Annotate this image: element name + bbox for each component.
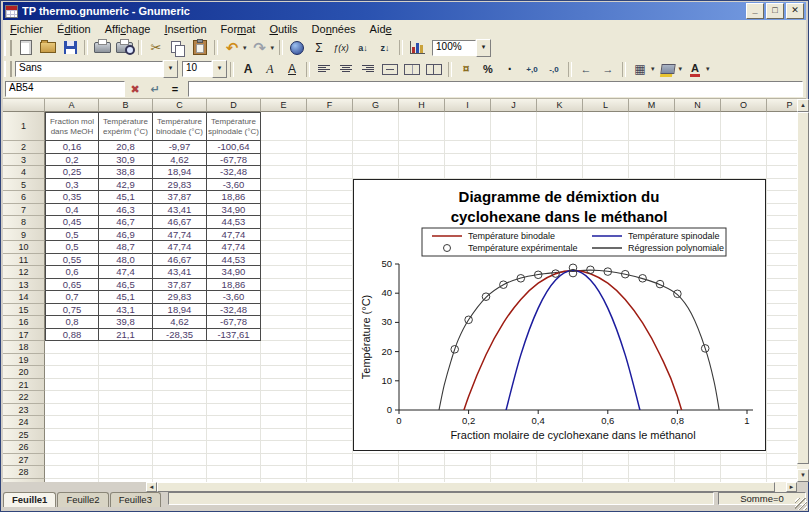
row-header-17[interactable]: 17 — [3, 329, 45, 342]
cell-B22[interactable] — [99, 391, 153, 404]
decrease-indent-button[interactable]: ← — [576, 60, 596, 78]
cell-D6[interactable]: 18,86 — [207, 191, 261, 204]
decrease-precision-button[interactable]: -,0 — [544, 60, 564, 78]
cell-D28[interactable] — [207, 466, 261, 479]
cell-E6[interactable] — [261, 191, 307, 204]
cell-C2[interactable]: -9,97 — [153, 141, 207, 154]
cell-G3[interactable] — [353, 154, 399, 167]
cell-C17[interactable]: -28,35 — [153, 329, 207, 342]
scroll-right-icon[interactable]: ► — [786, 482, 797, 492]
cell-A9[interactable]: 0,5 — [45, 229, 99, 242]
column-header-i[interactable]: I — [445, 99, 491, 112]
scroll-left-icon[interactable]: ◄ — [146, 482, 157, 492]
cell-N27[interactable] — [675, 454, 721, 467]
cell-A5[interactable]: 0,3 — [45, 179, 99, 192]
cut-button[interactable]: ✂ — [146, 39, 166, 57]
cell-B5[interactable]: 42,9 — [99, 179, 153, 192]
cell-P25[interactable] — [767, 429, 797, 442]
cell-D9[interactable]: 47,74 — [207, 229, 261, 242]
cell-E1[interactable] — [261, 112, 307, 141]
minimize-button[interactable]: _ — [746, 3, 764, 19]
cell-B10[interactable]: 48,7 — [99, 241, 153, 254]
cell-F20[interactable] — [307, 366, 353, 379]
cell-F2[interactable] — [307, 141, 353, 154]
cell-K3[interactable] — [537, 154, 583, 167]
cell-P26[interactable] — [767, 441, 797, 454]
menu-affichage[interactable]: Affichage — [98, 21, 158, 37]
cell-E16[interactable] — [261, 316, 307, 329]
cell-K28[interactable] — [537, 466, 583, 479]
column-header-a[interactable]: A — [45, 99, 99, 112]
cell-E25[interactable] — [261, 429, 307, 442]
cell-I3[interactable] — [445, 154, 491, 167]
cell-I27[interactable] — [445, 454, 491, 467]
font-size-input[interactable]: 10 — [182, 61, 212, 77]
cell-J3[interactable] — [491, 154, 537, 167]
menu-insertion[interactable]: Insertion — [157, 21, 213, 37]
cell-A11[interactable]: 0,55 — [45, 254, 99, 267]
cell-A12[interactable]: 0,6 — [45, 266, 99, 279]
cell-E24[interactable] — [261, 416, 307, 429]
cell-F19[interactable] — [307, 354, 353, 367]
cell-P15[interactable] — [767, 304, 797, 317]
cell-P16[interactable] — [767, 316, 797, 329]
cell-A18[interactable] — [45, 341, 99, 354]
menu-format[interactable]: Format — [214, 21, 263, 37]
cell-H1[interactable] — [399, 112, 445, 141]
cell-D19[interactable] — [207, 354, 261, 367]
background-color-button[interactable] — [658, 60, 678, 78]
cell-F26[interactable] — [307, 441, 353, 454]
chart-button[interactable] — [407, 39, 427, 57]
cell-B7[interactable]: 46,3 — [99, 204, 153, 217]
cell-E14[interactable] — [261, 291, 307, 304]
cell-F11[interactable] — [307, 254, 353, 267]
cell-A28[interactable] — [45, 466, 99, 479]
borders-dropdown[interactable]: ▾ — [651, 65, 655, 73]
cell-A15[interactable]: 0,75 — [45, 304, 99, 317]
center-across-button[interactable] — [380, 60, 400, 78]
sort-za-button[interactable]: z↓ — [375, 39, 395, 57]
cell-P2[interactable] — [767, 141, 797, 154]
cell-A1[interactable]: Fraction mol dans MeOH — [45, 112, 99, 141]
cell-B2[interactable]: 20,8 — [99, 141, 153, 154]
cell-F23[interactable] — [307, 404, 353, 417]
cell-C23[interactable] — [153, 404, 207, 417]
sort-az-button[interactable]: a↓ — [353, 39, 373, 57]
cell-B4[interactable]: 38,8 — [99, 166, 153, 179]
cell-E15[interactable] — [261, 304, 307, 317]
row-header-10[interactable]: 10 — [3, 241, 45, 254]
cell-A26[interactable] — [45, 441, 99, 454]
cell-P4[interactable] — [767, 166, 797, 179]
cell-K1[interactable] — [537, 112, 583, 141]
cell-C19[interactable] — [153, 354, 207, 367]
cell-B26[interactable] — [99, 441, 153, 454]
row-header-8[interactable]: 8 — [3, 216, 45, 229]
cell-F7[interactable] — [307, 204, 353, 217]
cell-G28[interactable] — [353, 466, 399, 479]
cell-I2[interactable] — [445, 141, 491, 154]
row-header-14[interactable]: 14 — [3, 291, 45, 304]
cell-F28[interactable] — [307, 466, 353, 479]
font-color-dropdown[interactable]: ▾ — [706, 65, 710, 73]
cell-B15[interactable]: 43,1 — [99, 304, 153, 317]
scroll-up-icon[interactable]: ▲ — [797, 99, 809, 112]
cell-C5[interactable]: 29,83 — [153, 179, 207, 192]
cell-N3[interactable] — [675, 154, 721, 167]
cell-F6[interactable] — [307, 191, 353, 204]
cell-F25[interactable] — [307, 429, 353, 442]
column-header-o[interactable]: O — [721, 99, 767, 112]
row-header-4[interactable]: 4 — [3, 166, 45, 179]
cell-A24[interactable] — [45, 416, 99, 429]
zoom-input[interactable]: 100% — [432, 40, 476, 56]
cell-L4[interactable] — [583, 166, 629, 179]
row-header-29[interactable]: 29 — [3, 479, 45, 483]
cell-F17[interactable] — [307, 329, 353, 342]
row-header-6[interactable]: 6 — [3, 191, 45, 204]
new-file-button[interactable] — [16, 39, 36, 57]
row-header-24[interactable]: 24 — [3, 416, 45, 429]
cell-F16[interactable] — [307, 316, 353, 329]
sheet-tab-feuille2[interactable]: Feuille2 — [57, 492, 108, 507]
cell-A27[interactable] — [45, 454, 99, 467]
cell-P20[interactable] — [767, 366, 797, 379]
cell-C14[interactable]: 29,83 — [153, 291, 207, 304]
